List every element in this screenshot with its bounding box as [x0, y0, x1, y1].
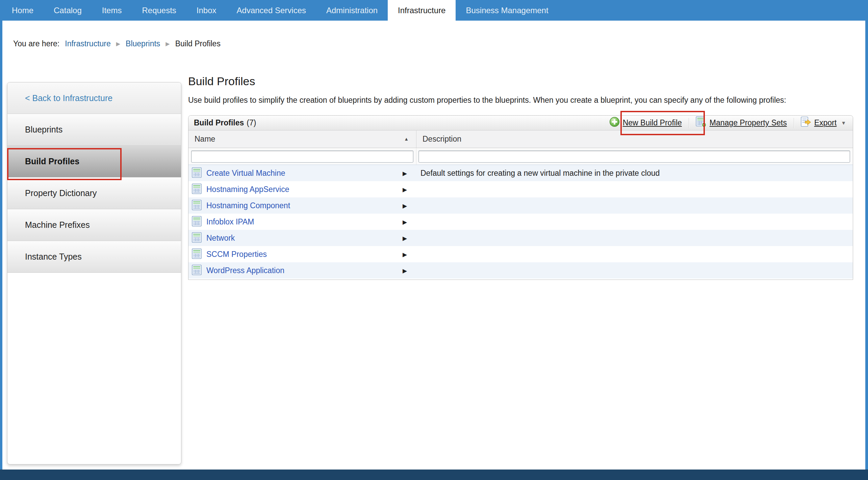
row-name-cell: Create Virtual Machine ▶: [188, 165, 416, 181]
chevron-right-icon: ▶: [116, 41, 120, 47]
build-profile-link[interactable]: Hostnaming Component: [206, 201, 290, 210]
sidebar-item-machine-prefixes[interactable]: Machine Prefixes: [7, 209, 181, 241]
nav-tab-catalog[interactable]: Catalog: [44, 0, 92, 21]
filter-cell-description: [416, 148, 853, 165]
breadcrumb-infrastructure[interactable]: Infrastructure: [65, 39, 111, 48]
filter-row: [188, 148, 853, 165]
nav-tab-items[interactable]: Items: [92, 0, 132, 21]
row-name-cell: Network ▶: [188, 230, 416, 246]
table-header: Name ▲ Description: [188, 130, 853, 148]
column-header-description-label: Description: [423, 135, 461, 144]
nav-tab-administration[interactable]: Administration: [316, 0, 388, 21]
build-profile-icon: [192, 200, 202, 212]
build-profile-link[interactable]: Network: [206, 234, 235, 243]
row-expand-arrow-icon[interactable]: ▶: [403, 219, 407, 226]
breadcrumb-prefix: You are here:: [13, 39, 59, 48]
chevron-right-icon: ▶: [165, 41, 170, 47]
panel-count: (7): [247, 118, 256, 127]
sidebar-item-blueprints[interactable]: Blueprints: [7, 114, 181, 146]
row-name-cell: WordPress Application ▶: [188, 262, 416, 279]
sort-ascending-icon: ▲: [404, 136, 409, 142]
new-build-profile-button[interactable]: New Build Profile: [603, 117, 689, 129]
build-profile-link[interactable]: WordPress Application: [206, 266, 284, 275]
row-description-cell: [416, 230, 853, 246]
document-export-icon: [801, 117, 811, 129]
sidebar-item-build-profiles[interactable]: Build Profiles: [7, 146, 181, 177]
nav-tab-business-management[interactable]: Business Management: [456, 0, 558, 21]
breadcrumb-blueprints[interactable]: Blueprints: [126, 39, 160, 48]
row-name-cell: SCCM Properties ▶: [188, 246, 416, 262]
sidebar: < Back to Infrastructure Blueprints Buil…: [7, 82, 181, 464]
panel-toolbar: Build Profiles (7): [188, 116, 853, 130]
row-description-cell: [416, 197, 853, 214]
row-description-cell: [416, 262, 853, 279]
row-description-cell: [416, 181, 853, 197]
row-name-cell: Hostnaming Component ▶: [188, 197, 416, 214]
name-filter-input[interactable]: [191, 150, 413, 163]
nav-tab-inbox[interactable]: Inbox: [186, 0, 227, 21]
build-profile-icon: [192, 232, 202, 244]
build-profile-link[interactable]: Infoblox IPAM: [206, 217, 254, 226]
description-filter-input[interactable]: [418, 150, 850, 163]
filter-cell-name: [188, 148, 416, 165]
row-expand-arrow-icon[interactable]: ▶: [403, 186, 407, 193]
table-row: Hostnaming Component ▶: [188, 197, 853, 214]
row-description-cell: [416, 214, 853, 230]
nav-tab-requests[interactable]: Requests: [132, 0, 186, 21]
page-title: Build Profiles: [188, 75, 255, 88]
nav-tab-advanced-services[interactable]: Advanced Services: [227, 0, 316, 21]
new-build-profile-label: New Build Profile: [623, 118, 682, 127]
table-row: Network ▶: [188, 230, 853, 246]
row-description-cell: [416, 246, 853, 262]
export-button[interactable]: Export ▼: [794, 117, 846, 129]
export-label: Export: [814, 118, 837, 127]
breadcrumb: You are here: Infrastructure ▶ Blueprint…: [13, 39, 221, 48]
panel-title: Build Profiles: [194, 118, 244, 127]
chevron-down-icon[interactable]: ▼: [841, 120, 846, 126]
build-profile-link[interactable]: Hostnaming AppService: [206, 185, 289, 194]
manage-property-sets-button[interactable]: Manage Property Sets: [689, 117, 794, 129]
build-profile-icon: [192, 216, 202, 228]
build-profile-icon: [192, 248, 202, 260]
build-profile-link[interactable]: Create Virtual Machine: [206, 169, 285, 178]
sidebar-item-property-dictionary[interactable]: Property Dictionary: [7, 177, 181, 209]
column-header-name[interactable]: Name ▲: [188, 130, 416, 148]
table-row: Create Virtual Machine ▶ Default setting…: [188, 165, 853, 181]
nav-tab-home[interactable]: Home: [2, 0, 44, 21]
column-header-name-label: Name: [195, 135, 215, 144]
table-row: WordPress Application ▶: [188, 262, 853, 279]
manage-property-sets-label: Manage Property Sets: [710, 118, 787, 127]
plus-circle-icon: [609, 117, 620, 129]
row-expand-arrow-icon[interactable]: ▶: [403, 202, 407, 210]
nav-tab-infrastructure[interactable]: Infrastructure: [388, 0, 456, 21]
row-name-cell: Infoblox IPAM ▶: [188, 214, 416, 230]
sidebar-back-link[interactable]: < Back to Infrastructure: [7, 82, 181, 114]
content-area: You are here: Infrastructure ▶ Blueprint…: [2, 21, 865, 470]
row-description-cell: Default settings for creating a new virt…: [416, 165, 853, 181]
build-profile-icon: [192, 184, 202, 195]
build-profiles-panel: Build Profiles (7): [188, 115, 853, 280]
page-border-left: [0, 21, 2, 470]
toolbar-buttons: New Build Profile: [603, 117, 846, 129]
build-profile-link[interactable]: SCCM Properties: [206, 250, 267, 259]
top-navigation: Home Catalog Items Requests Inbox Advanc…: [0, 0, 868, 21]
table-row: Hostnaming AppService ▶: [188, 181, 853, 197]
row-expand-arrow-icon[interactable]: ▶: [403, 251, 407, 258]
page-footer-bar: [0, 470, 868, 480]
sidebar-item-instance-types[interactable]: Instance Types: [7, 241, 181, 273]
row-expand-arrow-icon[interactable]: ▶: [403, 235, 407, 242]
build-profile-icon: [192, 167, 202, 179]
row-name-cell: Hostnaming AppService ▶: [188, 181, 416, 197]
table-row: SCCM Properties ▶: [188, 246, 853, 262]
table-add-icon: [696, 116, 707, 129]
table-row: Infoblox IPAM ▶: [188, 214, 853, 230]
page-description: Use build profiles to simplify the creat…: [188, 96, 847, 105]
breadcrumb-current: Build Profiles: [175, 39, 221, 48]
column-header-description[interactable]: Description: [416, 130, 853, 148]
row-expand-arrow-icon[interactable]: ▶: [403, 170, 407, 177]
page-border-right: [865, 21, 868, 470]
build-profile-icon: [192, 265, 202, 277]
row-expand-arrow-icon[interactable]: ▶: [403, 267, 407, 274]
